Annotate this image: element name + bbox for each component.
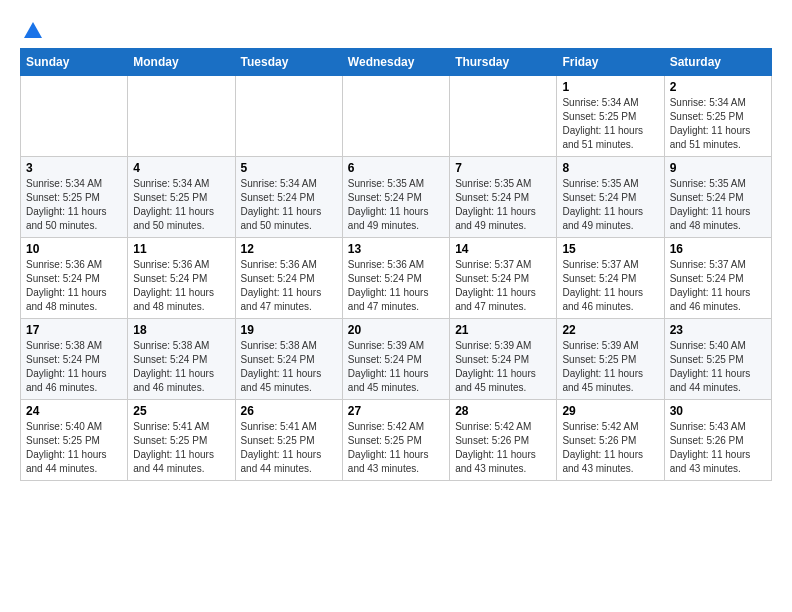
header-row: SundayMondayTuesdayWednesdayThursdayFrid… (21, 49, 772, 76)
calendar-cell: 13Sunrise: 5:36 AM Sunset: 5:24 PM Dayli… (342, 238, 449, 319)
day-info: Sunrise: 5:39 AM Sunset: 5:24 PM Dayligh… (348, 339, 444, 395)
calendar-cell: 25Sunrise: 5:41 AM Sunset: 5:25 PM Dayli… (128, 400, 235, 481)
calendar-cell: 19Sunrise: 5:38 AM Sunset: 5:24 PM Dayli… (235, 319, 342, 400)
day-info: Sunrise: 5:43 AM Sunset: 5:26 PM Dayligh… (670, 420, 766, 476)
day-info: Sunrise: 5:37 AM Sunset: 5:24 PM Dayligh… (455, 258, 551, 314)
day-number: 23 (670, 323, 766, 337)
day-number: 3 (26, 161, 122, 175)
calendar-cell: 12Sunrise: 5:36 AM Sunset: 5:24 PM Dayli… (235, 238, 342, 319)
calendar-week-row: 10Sunrise: 5:36 AM Sunset: 5:24 PM Dayli… (21, 238, 772, 319)
day-number: 25 (133, 404, 229, 418)
day-info: Sunrise: 5:35 AM Sunset: 5:24 PM Dayligh… (455, 177, 551, 233)
day-info: Sunrise: 5:39 AM Sunset: 5:24 PM Dayligh… (455, 339, 551, 395)
calendar-cell: 27Sunrise: 5:42 AM Sunset: 5:25 PM Dayli… (342, 400, 449, 481)
day-number: 9 (670, 161, 766, 175)
day-info: Sunrise: 5:40 AM Sunset: 5:25 PM Dayligh… (670, 339, 766, 395)
calendar-cell: 3Sunrise: 5:34 AM Sunset: 5:25 PM Daylig… (21, 157, 128, 238)
day-number: 4 (133, 161, 229, 175)
logo-icon (22, 20, 44, 42)
day-number: 13 (348, 242, 444, 256)
calendar-cell: 15Sunrise: 5:37 AM Sunset: 5:24 PM Dayli… (557, 238, 664, 319)
day-number: 18 (133, 323, 229, 337)
day-info: Sunrise: 5:36 AM Sunset: 5:24 PM Dayligh… (133, 258, 229, 314)
calendar-cell: 7Sunrise: 5:35 AM Sunset: 5:24 PM Daylig… (450, 157, 557, 238)
day-info: Sunrise: 5:42 AM Sunset: 5:25 PM Dayligh… (348, 420, 444, 476)
calendar-cell: 20Sunrise: 5:39 AM Sunset: 5:24 PM Dayli… (342, 319, 449, 400)
day-info: Sunrise: 5:36 AM Sunset: 5:24 PM Dayligh… (348, 258, 444, 314)
calendar-cell: 2Sunrise: 5:34 AM Sunset: 5:25 PM Daylig… (664, 76, 771, 157)
day-info: Sunrise: 5:34 AM Sunset: 5:24 PM Dayligh… (241, 177, 337, 233)
logo (20, 20, 44, 38)
day-info: Sunrise: 5:41 AM Sunset: 5:25 PM Dayligh… (241, 420, 337, 476)
day-info: Sunrise: 5:37 AM Sunset: 5:24 PM Dayligh… (670, 258, 766, 314)
day-number: 5 (241, 161, 337, 175)
day-info: Sunrise: 5:38 AM Sunset: 5:24 PM Dayligh… (26, 339, 122, 395)
day-info: Sunrise: 5:34 AM Sunset: 5:25 PM Dayligh… (670, 96, 766, 152)
day-info: Sunrise: 5:34 AM Sunset: 5:25 PM Dayligh… (26, 177, 122, 233)
day-info: Sunrise: 5:36 AM Sunset: 5:24 PM Dayligh… (241, 258, 337, 314)
calendar-cell: 29Sunrise: 5:42 AM Sunset: 5:26 PM Dayli… (557, 400, 664, 481)
calendar-cell: 6Sunrise: 5:35 AM Sunset: 5:24 PM Daylig… (342, 157, 449, 238)
day-number: 10 (26, 242, 122, 256)
day-info: Sunrise: 5:38 AM Sunset: 5:24 PM Dayligh… (241, 339, 337, 395)
calendar-cell: 16Sunrise: 5:37 AM Sunset: 5:24 PM Dayli… (664, 238, 771, 319)
day-info: Sunrise: 5:40 AM Sunset: 5:25 PM Dayligh… (26, 420, 122, 476)
day-info: Sunrise: 5:35 AM Sunset: 5:24 PM Dayligh… (670, 177, 766, 233)
day-number: 8 (562, 161, 658, 175)
day-info: Sunrise: 5:34 AM Sunset: 5:25 PM Dayligh… (133, 177, 229, 233)
calendar-cell: 18Sunrise: 5:38 AM Sunset: 5:24 PM Dayli… (128, 319, 235, 400)
weekday-header: Thursday (450, 49, 557, 76)
calendar-header: SundayMondayTuesdayWednesdayThursdayFrid… (21, 49, 772, 76)
calendar-cell (128, 76, 235, 157)
calendar-cell: 1Sunrise: 5:34 AM Sunset: 5:25 PM Daylig… (557, 76, 664, 157)
weekday-header: Friday (557, 49, 664, 76)
weekday-header: Sunday (21, 49, 128, 76)
calendar-cell: 22Sunrise: 5:39 AM Sunset: 5:25 PM Dayli… (557, 319, 664, 400)
day-number: 28 (455, 404, 551, 418)
day-number: 22 (562, 323, 658, 337)
svg-marker-0 (24, 22, 42, 38)
weekday-header: Monday (128, 49, 235, 76)
calendar-cell: 30Sunrise: 5:43 AM Sunset: 5:26 PM Dayli… (664, 400, 771, 481)
day-number: 17 (26, 323, 122, 337)
day-number: 11 (133, 242, 229, 256)
calendar-cell: 5Sunrise: 5:34 AM Sunset: 5:24 PM Daylig… (235, 157, 342, 238)
day-info: Sunrise: 5:35 AM Sunset: 5:24 PM Dayligh… (348, 177, 444, 233)
calendar-cell: 10Sunrise: 5:36 AM Sunset: 5:24 PM Dayli… (21, 238, 128, 319)
calendar-week-row: 24Sunrise: 5:40 AM Sunset: 5:25 PM Dayli… (21, 400, 772, 481)
calendar-cell: 24Sunrise: 5:40 AM Sunset: 5:25 PM Dayli… (21, 400, 128, 481)
calendar-cell (21, 76, 128, 157)
weekday-header: Saturday (664, 49, 771, 76)
calendar-cell: 28Sunrise: 5:42 AM Sunset: 5:26 PM Dayli… (450, 400, 557, 481)
calendar-week-row: 1Sunrise: 5:34 AM Sunset: 5:25 PM Daylig… (21, 76, 772, 157)
day-info: Sunrise: 5:35 AM Sunset: 5:24 PM Dayligh… (562, 177, 658, 233)
day-info: Sunrise: 5:42 AM Sunset: 5:26 PM Dayligh… (455, 420, 551, 476)
day-info: Sunrise: 5:38 AM Sunset: 5:24 PM Dayligh… (133, 339, 229, 395)
day-number: 24 (26, 404, 122, 418)
calendar-cell (235, 76, 342, 157)
day-number: 16 (670, 242, 766, 256)
day-number: 7 (455, 161, 551, 175)
day-number: 14 (455, 242, 551, 256)
calendar-cell: 17Sunrise: 5:38 AM Sunset: 5:24 PM Dayli… (21, 319, 128, 400)
day-info: Sunrise: 5:37 AM Sunset: 5:24 PM Dayligh… (562, 258, 658, 314)
day-info: Sunrise: 5:36 AM Sunset: 5:24 PM Dayligh… (26, 258, 122, 314)
day-number: 19 (241, 323, 337, 337)
calendar-cell: 11Sunrise: 5:36 AM Sunset: 5:24 PM Dayli… (128, 238, 235, 319)
day-number: 12 (241, 242, 337, 256)
day-number: 6 (348, 161, 444, 175)
day-number: 29 (562, 404, 658, 418)
day-info: Sunrise: 5:39 AM Sunset: 5:25 PM Dayligh… (562, 339, 658, 395)
calendar-cell: 21Sunrise: 5:39 AM Sunset: 5:24 PM Dayli… (450, 319, 557, 400)
calendar-week-row: 3Sunrise: 5:34 AM Sunset: 5:25 PM Daylig… (21, 157, 772, 238)
calendar-cell: 4Sunrise: 5:34 AM Sunset: 5:25 PM Daylig… (128, 157, 235, 238)
day-number: 26 (241, 404, 337, 418)
day-number: 27 (348, 404, 444, 418)
day-info: Sunrise: 5:34 AM Sunset: 5:25 PM Dayligh… (562, 96, 658, 152)
calendar-cell: 23Sunrise: 5:40 AM Sunset: 5:25 PM Dayli… (664, 319, 771, 400)
day-number: 1 (562, 80, 658, 94)
calendar-cell: 9Sunrise: 5:35 AM Sunset: 5:24 PM Daylig… (664, 157, 771, 238)
day-number: 20 (348, 323, 444, 337)
weekday-header: Tuesday (235, 49, 342, 76)
day-info: Sunrise: 5:42 AM Sunset: 5:26 PM Dayligh… (562, 420, 658, 476)
